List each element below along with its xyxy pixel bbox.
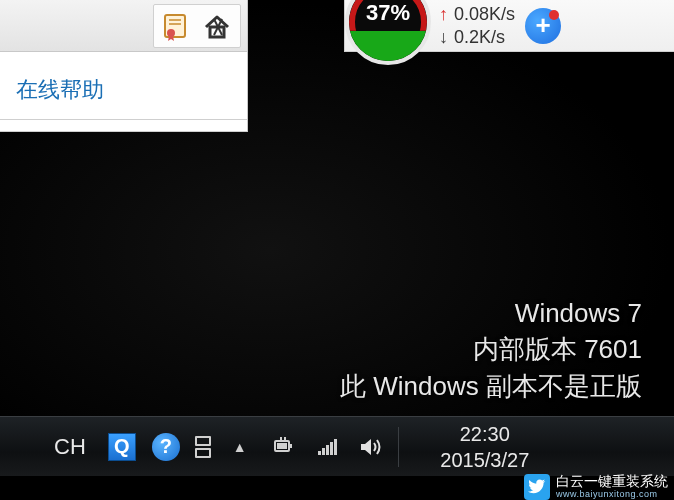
- arrow-down-icon: ↓: [439, 27, 448, 48]
- download-speed: 0.2K/s: [454, 27, 505, 48]
- app-body-spacer: [0, 120, 247, 132]
- desktop-screen: 在线帮助 37% ↑ 0.08K/s ↓ 0.2K/s + Windows 7 …: [0, 0, 674, 500]
- watermark-line3: 此 Windows 副本不是正版: [340, 368, 642, 404]
- qq-tray-icon[interactable]: Q: [104, 429, 140, 465]
- home-tools-icon[interactable]: [200, 9, 234, 43]
- svg-rect-12: [334, 439, 337, 455]
- tray-divider: [398, 427, 399, 467]
- language-indicator[interactable]: CH: [48, 432, 92, 462]
- site-url: www.baiyunxitong.com: [556, 490, 668, 500]
- network-widget: 37% ↑ 0.08K/s ↓ 0.2K/s +: [344, 0, 674, 52]
- svg-rect-8: [318, 451, 321, 455]
- network-tray-icon[interactable]: [310, 429, 346, 465]
- app-toolbar: [0, 0, 247, 52]
- svg-point-1: [167, 29, 175, 37]
- watermark-line2: 内部版本 7601: [340, 331, 642, 367]
- app-body: 在线帮助: [0, 52, 247, 120]
- taskbar: CH Q ? ▲: [0, 416, 674, 476]
- clock-date: 2015/3/27: [421, 447, 549, 473]
- site-title: 白云一键重装系统: [556, 474, 668, 489]
- svg-rect-11: [330, 442, 333, 455]
- gauge-percent: 37%: [349, 0, 427, 61]
- watermark-line1: Windows 7: [340, 295, 642, 331]
- svg-rect-9: [322, 448, 325, 455]
- upload-row: ↑ 0.08K/s: [439, 4, 515, 25]
- upload-speed: 0.08K/s: [454, 4, 515, 25]
- toolbar-panel: [153, 4, 241, 48]
- add-button[interactable]: +: [525, 8, 561, 44]
- svg-rect-6: [289, 444, 292, 448]
- online-help-link[interactable]: 在线帮助: [16, 75, 104, 105]
- download-row: ↓ 0.2K/s: [439, 27, 515, 48]
- q-badge: Q: [108, 433, 136, 461]
- svg-rect-7: [277, 443, 287, 449]
- speed-readout: ↑ 0.08K/s ↓ 0.2K/s: [439, 4, 515, 48]
- taskbar-clock[interactable]: 22:30 2015/3/27: [421, 421, 549, 473]
- help-badge: ?: [152, 433, 180, 461]
- windows-watermark: Windows 7 内部版本 7601 此 Windows 副本不是正版: [340, 295, 642, 404]
- app-window-fragment: 在线帮助: [0, 0, 248, 132]
- usage-gauge[interactable]: 37%: [345, 0, 431, 65]
- bird-icon: [524, 474, 550, 500]
- clock-time: 22:30: [421, 421, 549, 447]
- certificate-icon[interactable]: [160, 9, 194, 43]
- arrow-up-icon: ↑: [439, 4, 448, 25]
- help-tray-icon[interactable]: ?: [148, 429, 184, 465]
- power-tray-icon[interactable]: [266, 429, 302, 465]
- site-watermark: 白云一键重装系统 www.baiyunxitong.com: [524, 474, 668, 500]
- svg-rect-10: [326, 445, 329, 455]
- volume-tray-icon[interactable]: [354, 429, 390, 465]
- show-hidden-icons[interactable]: ▲: [222, 429, 258, 465]
- window-switcher-icon[interactable]: [192, 429, 214, 465]
